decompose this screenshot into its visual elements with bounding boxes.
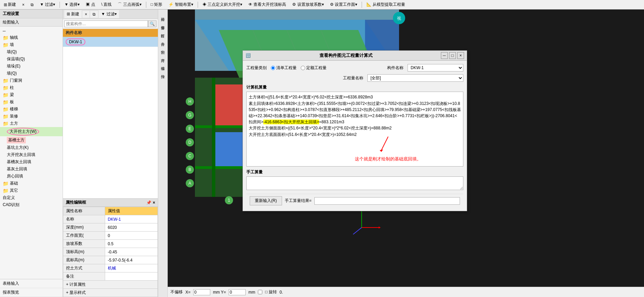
sidebar-item-wall-q[interactable]: 墙(Q): [0, 48, 63, 56]
toolbar-line-btn[interactable]: \ 直线: [99, 1, 114, 9]
sidebar-item-stair[interactable]: 📁 楼梯: [0, 106, 63, 113]
toolbar-filter-btn[interactable]: ▼ 过滤▾: [37, 1, 57, 9]
sidebar-item-core-backfill[interactable]: 房心回填: [0, 173, 63, 180]
search-button[interactable]: 🔍: [148, 20, 156, 27]
dialog-close-btn[interactable]: ×: [457, 52, 464, 59]
comp-name-select[interactable]: DKW-1: [408, 64, 463, 72]
search-input[interactable]: [64, 20, 148, 27]
sidebar-item-column[interactable]: 📁 柱: [0, 84, 63, 91]
props-panel-header: 属性编辑框 📌 ×: [63, 199, 158, 207]
folder-icon: 📁: [3, 92, 9, 98]
toolbar-extract-btn[interactable]: 📐 从模型提取工程量: [364, 1, 408, 9]
toolbar-view-btn[interactable]: 👁 查看大开挖顶标高: [246, 1, 288, 9]
left-panel-title: 工程设置: [0, 10, 63, 18]
radio-quota-text: 定额工程量: [306, 65, 327, 71]
foundation-label: 基础: [10, 181, 18, 186]
sidebar-item-base-grey[interactable]: 基槽灰土回填: [0, 158, 63, 166]
sidebar-item-grey-backfill[interactable]: 基灰土回填: [0, 166, 63, 173]
sidebar-item-slab[interactable]: 📁 板: [0, 98, 63, 106]
toolbar-threepoint-btn[interactable]: ◈ 三点定义斜大开挖▾: [200, 1, 245, 9]
side-btn-align[interactable]: 对齐: [159, 52, 167, 59]
dialog-maximize-btn[interactable]: □: [449, 52, 456, 59]
radio-quota-input[interactable]: [301, 66, 305, 70]
sidebar-item-door-window[interactable]: 📁 门窗洞: [0, 77, 63, 84]
sidebar-item-bulk-backfill[interactable]: 大开挖灰土回填: [0, 151, 63, 158]
prop-value-name[interactable]: DKW-1: [105, 215, 158, 223]
sidebar-item-axis[interactable]: 📁 轴线: [0, 34, 63, 41]
toolbar-arc-btn[interactable]: ⌒ 三点画弧▾: [115, 1, 144, 9]
sidebar-item-bulk-excavation[interactable]: 大开挖土方(W): [0, 127, 63, 136]
side-btn-print[interactable]: 打断: [159, 27, 167, 35]
x-coord-input[interactable]: [193, 289, 210, 295]
qty-name-label: 工程量名称: [343, 75, 363, 81]
sidebar-item-parapet[interactable]: 墙(Q): [0, 70, 63, 77]
side-btn-pull[interactable]: 拉伸: [159, 68, 167, 76]
prop-label-top-elev: 顶标高(m): [63, 248, 105, 256]
tree-area: ─ 📁 轴线 📁 墙 墙(Q) 保温墙(Q) 墙垛(E) 墙(Q): [0, 27, 63, 279]
manual-result-input[interactable]: [314, 197, 460, 205]
toolbar-copy-btn[interactable]: ⧉: [28, 1, 36, 8]
prop-value-note[interactable]: [105, 272, 158, 281]
sidebar-item-foundation[interactable]: 📁 基础: [0, 180, 63, 187]
sidebar-item-custom[interactable]: 自定义: [0, 194, 63, 201]
comp-item-DKW-1[interactable]: DKW-1: [63, 37, 158, 47]
rotate-checkbox[interactable]: [258, 290, 262, 294]
sidebar-item-earthwork[interactable]: 📁 土方: [0, 120, 63, 127]
sidebar-item-wall-e[interactable]: 墙垛(E): [0, 63, 63, 70]
comp-filter-btn[interactable]: ▼ 过滤▾: [99, 10, 119, 18]
props-close-icon[interactable]: ×: [153, 200, 155, 205]
toolbar-slope-btn[interactable]: ⚙ 设置放坡系数▾: [290, 1, 326, 9]
side-btn-extend[interactable]: 延伸: [159, 11, 167, 18]
prop-value-workface[interactable]: 0: [105, 232, 158, 240]
sidebar-item-beam[interactable]: 📁 梁: [0, 91, 63, 98]
tree-collapse-btn[interactable]: ─: [0, 28, 63, 34]
prop-calc-expand[interactable]: + 计算属性: [63, 281, 158, 289]
toolbar-smart-btn[interactable]: ⚡ 智能布置▾: [166, 1, 195, 9]
prop-value-bot-elev[interactable]: -5.97-0.5(-6.4: [105, 256, 158, 264]
radio-clear-label[interactable]: 清单工程量: [271, 65, 297, 71]
prop-value-depth[interactable]: 6020: [105, 223, 158, 232]
comp-copy-btn[interactable]: ⧉: [90, 11, 98, 18]
radio-clear-input[interactable]: [271, 66, 275, 70]
qty-name-select[interactable]: [全部]: [367, 74, 463, 82]
prop-row-note: 备注: [63, 272, 158, 281]
footer-table-input[interactable]: 表格输入: [0, 279, 63, 288]
sidebar-item-decoration[interactable]: 📁 装修: [0, 113, 63, 120]
prop-value-slope[interactable]: 0.5: [105, 240, 158, 248]
toolbar-select-btn[interactable]: ▼ 选择▾: [62, 1, 82, 9]
side-btn-split[interactable]: 分割: [159, 44, 167, 51]
side-btn-offset[interactable]: 偏移: [159, 60, 167, 67]
radio-quota-label[interactable]: 定额工程量: [301, 65, 327, 71]
prop-display-expand[interactable]: + 显示样式: [63, 289, 158, 297]
prop-row-dig-method: 挖土方式 机械: [63, 264, 158, 272]
sidebar-item-pit-earth[interactable]: 基坑土方(K): [0, 144, 63, 151]
viewport[interactable]: H G E D C B A 1 2 4 5: [168, 10, 644, 297]
sidebar-item-cad[interactable]: CAD识别: [0, 201, 63, 208]
prop-row-calc[interactable]: + 计算属性: [63, 281, 158, 289]
comp-new-btn[interactable]: ⊞ 新建: [64, 10, 82, 18]
prop-label-workface: 工作面宽(: [63, 232, 105, 240]
sidebar-item-foundation-earth[interactable]: 基槽土方: [0, 136, 63, 144]
y-coord-input[interactable]: [229, 289, 246, 295]
comp-delete-btn[interactable]: ×: [82, 11, 89, 18]
prop-value-top-elev[interactable]: -0.45: [105, 248, 158, 256]
toolbar-new-btn[interactable]: ⊞ 新建: [1, 1, 18, 9]
side-btn-nonedit[interactable]: 非修剪: [159, 19, 167, 27]
toolbar-rect-btn[interactable]: □ 矩形: [148, 1, 165, 9]
manual-calc-input[interactable]: [246, 176, 463, 190]
dialog-icon: 🔢: [246, 53, 251, 58]
toolbar-point-btn[interactable]: ▣ 点: [83, 1, 97, 9]
custom-label: 自定义: [3, 195, 15, 201]
toolbar-workface-btn[interactable]: ⚙ 设置工作面▾: [328, 1, 360, 9]
footer-report-preview[interactable]: 报表预览: [0, 288, 63, 297]
sidebar-item-wall[interactable]: 📁 墙: [0, 41, 63, 48]
sidebar-item-insulation[interactable]: 保温墙(Q): [0, 56, 63, 63]
dialog-minimize-btn[interactable]: ─: [441, 52, 448, 59]
prop-row-display[interactable]: + 显示样式: [63, 289, 158, 297]
props-pin-icon[interactable]: 📌: [146, 200, 151, 205]
toolbar-delete-btn[interactable]: ×: [20, 1, 27, 8]
recalc-btn[interactable]: 重新输入(R): [250, 196, 282, 205]
sidebar-item-other[interactable]: 📁 其它: [0, 187, 63, 194]
side-btn-merge[interactable]: 合并: [159, 35, 167, 43]
prop-value-dig-method[interactable]: 机械: [105, 264, 158, 272]
